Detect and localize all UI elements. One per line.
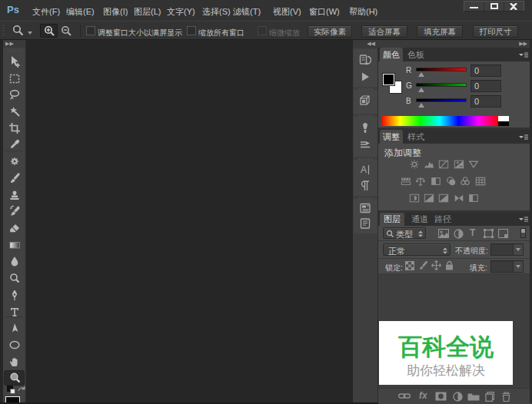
svg-text:A: A: [361, 164, 367, 175]
